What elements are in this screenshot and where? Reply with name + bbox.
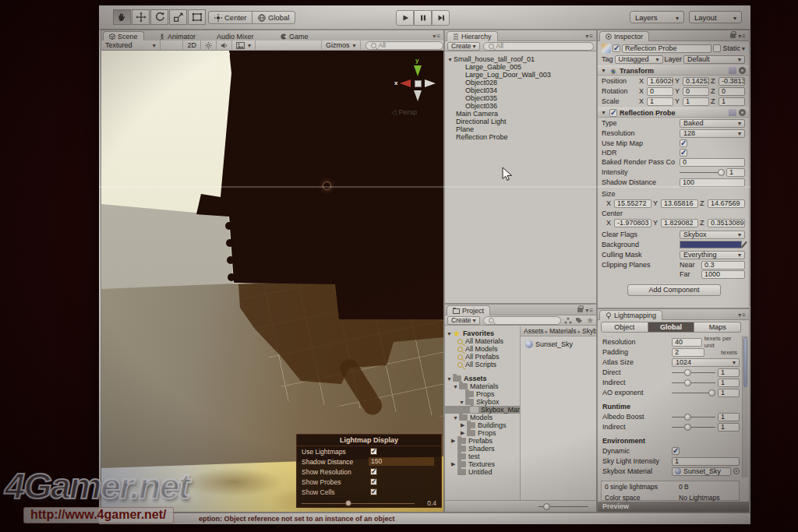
hierarchy-item[interactable]: Plane xyxy=(445,125,596,133)
atlas-size-dropdown[interactable]: 1024 xyxy=(672,358,740,367)
clipping-far-field[interactable]: 1000 xyxy=(701,270,745,279)
thumbnail-size-slider[interactable] xyxy=(538,502,588,511)
reflection-probe-component-header[interactable]: Reflection Probe xyxy=(598,107,749,118)
project-folder[interactable]: Shaders xyxy=(445,445,520,453)
project-folder[interactable]: Textures xyxy=(445,460,520,468)
lm-resolution-field[interactable]: 40 xyxy=(672,338,702,347)
hierarchy-item[interactable]: Directional Light xyxy=(445,118,596,125)
lock-icon[interactable] xyxy=(730,33,736,38)
use-lightmaps-checkbox[interactable] xyxy=(370,448,377,455)
preview-bar[interactable]: Preview xyxy=(598,502,749,512)
rect-tool-button[interactable] xyxy=(188,9,206,25)
status-bar[interactable]: eption: Object reference not set to an i… xyxy=(99,513,750,524)
gizmo-center-cube[interactable] xyxy=(415,80,422,87)
intensity-slider[interactable] xyxy=(680,168,725,177)
probe-resolution-dropdown[interactable]: 128 xyxy=(680,129,745,138)
gear-icon[interactable] xyxy=(739,67,746,74)
project-create-button[interactable]: Create xyxy=(447,316,480,325)
clipping-near-field[interactable]: 0.3 xyxy=(701,261,745,270)
intensity-field[interactable]: 1 xyxy=(726,168,745,177)
size-x-field[interactable]: 15.55272 xyxy=(614,199,651,208)
project-search-input[interactable] xyxy=(483,316,562,325)
lock-icon[interactable] xyxy=(577,308,583,312)
position-y-field[interactable]: 0.14252 xyxy=(683,77,709,86)
project-folder[interactable]: Skybox xyxy=(445,398,520,406)
down-axis-cone-icon[interactable] xyxy=(414,90,422,101)
project-folder[interactable]: Materials xyxy=(445,382,520,390)
clear-flags-dropdown[interactable]: Skybox xyxy=(680,231,745,239)
project-folder[interactable]: Models xyxy=(445,414,520,421)
object-picker-icon[interactable] xyxy=(733,468,740,474)
center-y-field[interactable]: 1.829082 xyxy=(661,219,698,227)
position-z-field[interactable]: -0.3813 xyxy=(719,77,745,86)
active-checkbox[interactable] xyxy=(613,44,620,52)
subassets-filter-icon[interactable] xyxy=(564,317,572,324)
collapse-arrow-icon[interactable] xyxy=(451,438,457,444)
gear-icon[interactable] xyxy=(739,109,746,116)
use-mip-map-checkbox[interactable] xyxy=(680,139,687,147)
project-favorite-item[interactable]: All Models xyxy=(445,345,520,353)
scale-z-field[interactable]: 1 xyxy=(719,97,745,106)
step-button[interactable] xyxy=(432,10,450,26)
scene-search-input[interactable]: All xyxy=(365,41,443,50)
runtime-indirect-slider[interactable] xyxy=(672,423,715,432)
object-name-field[interactable]: Reflection Probe xyxy=(622,44,711,53)
albedo-boost-slider[interactable] xyxy=(672,413,715,421)
runtime-indirect-field[interactable]: 1 xyxy=(718,423,740,432)
favorites-filter-icon[interactable]: ★ xyxy=(586,317,594,324)
culling-mask-dropdown[interactable]: Everything xyxy=(680,251,745,259)
expand-arrow-icon[interactable] xyxy=(453,415,459,421)
scene-lighting-button[interactable] xyxy=(201,41,217,51)
skybox-material-field[interactable]: Sunset_Sky xyxy=(672,467,731,476)
overlay-shadow-distance-field[interactable]: 150 xyxy=(369,457,434,466)
direct-slider[interactable] xyxy=(672,368,715,377)
pivot-toggle-button[interactable]: Center xyxy=(208,11,253,24)
hdr-checkbox[interactable] xyxy=(680,149,687,157)
probe-shadow-distance-field[interactable]: 100 xyxy=(680,178,745,187)
position-x-field[interactable]: 1.69026 xyxy=(647,77,673,86)
hierarchy-item[interactable]: Large_Log_Door_Wall_003 xyxy=(445,71,596,79)
hierarchy-item[interactable]: Object028 xyxy=(445,79,596,86)
project-favorite-item[interactable]: All Scripts xyxy=(445,361,520,368)
perspective-mode-label[interactable]: ◁ Persp xyxy=(391,108,417,116)
hierarchy-search-input[interactable]: All xyxy=(483,42,594,51)
gizmos-dropdown[interactable]: Gizmos xyxy=(321,41,361,51)
panel-menu-icon[interactable]: ▾≡ xyxy=(730,33,747,40)
background-color-swatch[interactable] xyxy=(680,241,742,248)
expand-arrow-icon[interactable] xyxy=(459,400,465,405)
help-book-icon[interactable] xyxy=(729,67,736,74)
project-favorites-root[interactable]: ★Favorites xyxy=(445,329,520,337)
size-y-field[interactable]: 13.65816 xyxy=(661,199,698,208)
ao-exponent-slider[interactable] xyxy=(672,389,715,397)
layout-dropdown[interactable]: Layout xyxy=(689,11,742,23)
center-x-field[interactable]: -1.970803 xyxy=(614,219,651,227)
indirect-slider[interactable] xyxy=(672,379,715,387)
show-cells-checkbox[interactable] xyxy=(370,488,377,495)
tab-maps[interactable]: Maps xyxy=(694,322,741,333)
project-folder[interactable]: Props xyxy=(445,429,520,437)
label-filter-icon[interactable] xyxy=(575,317,583,324)
rotation-y-field[interactable]: 0 xyxy=(683,87,709,96)
tab-global[interactable]: Global xyxy=(648,322,695,333)
tab-hierarchy[interactable]: Hierarchy xyxy=(447,31,498,41)
tag-dropdown[interactable]: Untagged xyxy=(615,55,663,64)
expand-arrow-icon[interactable] xyxy=(453,384,459,389)
component-enabled-checkbox[interactable] xyxy=(609,109,617,117)
hierarchy-item[interactable]: Object035 xyxy=(445,94,596,102)
scene-audio-button[interactable] xyxy=(217,41,232,51)
probe-type-dropdown[interactable]: Baked xyxy=(680,119,745,128)
rotation-x-field[interactable]: 0 xyxy=(647,87,673,96)
scale-y-field[interactable]: 1 xyxy=(683,97,709,106)
project-folder[interactable]: test xyxy=(445,453,520,460)
hierarchy-item[interactable]: Object036 xyxy=(445,102,596,110)
project-folder[interactable]: Props xyxy=(445,390,520,398)
pause-button[interactable] xyxy=(414,10,432,26)
project-folder-selected[interactable]: Skybox_Manu xyxy=(445,406,520,414)
lm-padding-field[interactable]: 2 xyxy=(672,348,704,357)
expand-arrow-icon[interactable] xyxy=(447,331,453,336)
center-z-field[interactable]: 0.3513089 xyxy=(708,219,745,227)
hierarchy-item[interactable]: Object034 xyxy=(445,86,596,94)
layers-dropdown[interactable]: Layers xyxy=(630,11,684,23)
sky-light-intensity-field[interactable]: 1 xyxy=(672,457,740,466)
tab-lightmapping[interactable]: Lightmapping xyxy=(599,310,662,320)
